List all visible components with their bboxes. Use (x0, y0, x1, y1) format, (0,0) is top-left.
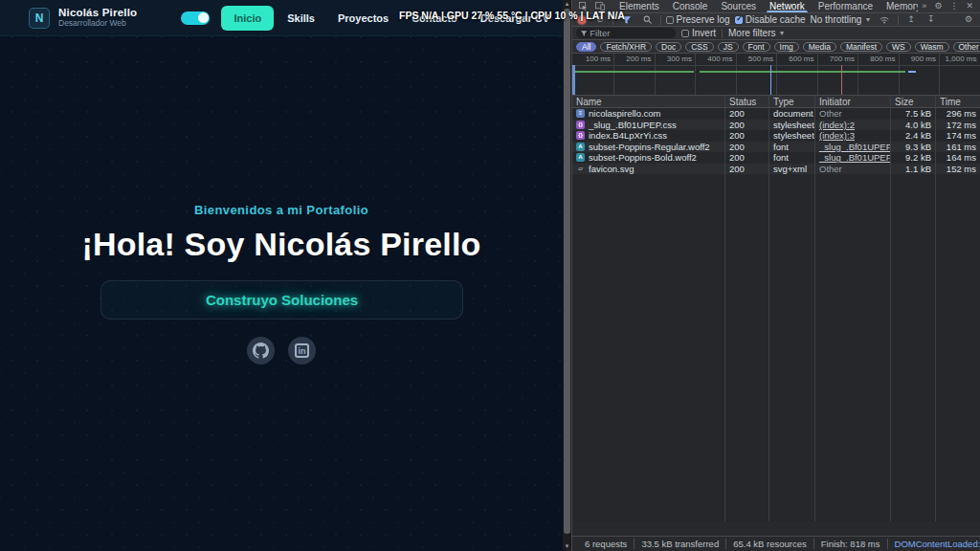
filter-input[interactable] (590, 28, 671, 38)
tab-network[interactable]: Network (763, 0, 812, 12)
stylesheet-file-icon: {} (576, 131, 585, 140)
settings-gear-icon[interactable]: ⚙ (930, 0, 946, 12)
clear-network-log-icon[interactable]: ⊘ (592, 13, 608, 26)
table-row[interactable]: Asubset-Poppins-Bold.woff2200font_slug_.… (572, 152, 980, 164)
column-header-size[interactable]: Size (891, 96, 936, 107)
table-row[interactable]: ≡nicolaspirello.com200documentOther7.5 k… (572, 108, 980, 120)
brand-subtitle: Desarrollador Web (58, 19, 137, 29)
timeline-gridline (695, 54, 696, 95)
requests-table: NameStatusTypeInitiatorSizeTime ≡nicolas… (572, 96, 980, 521)
tab-memory[interactable]: Memory (880, 0, 918, 12)
export-har-icon[interactable]: ↧ (924, 13, 939, 26)
timeline-tick-label: 700 ms (830, 55, 858, 63)
nav-link-descargar-cv[interactable]: Descargar CV (480, 12, 549, 24)
nav-link-skills[interactable]: Skills (287, 12, 315, 24)
cell-status: 200 (725, 164, 769, 175)
chip-css[interactable]: CSS (685, 42, 713, 52)
summary-65-4-kb-resources: 65.4 kB resources (726, 539, 814, 549)
tab-elements[interactable]: Elements (612, 0, 666, 12)
column-header-time[interactable]: Time (936, 96, 980, 107)
inspect-element-icon[interactable] (575, 2, 591, 11)
network-settings-gear-icon[interactable]: ⚙ (961, 13, 976, 26)
more-tabs-icon[interactable]: » (918, 0, 930, 12)
timeline-selection-handle[interactable] (572, 65, 575, 95)
chip-all[interactable]: All (576, 42, 596, 52)
import-har-icon[interactable]: ↥ (903, 13, 919, 26)
column-header-name[interactable]: Name (572, 96, 725, 107)
tab-performance[interactable]: Performance (812, 0, 880, 12)
checkbox-unchecked (666, 16, 674, 24)
column-header-initiator[interactable]: Initiator (815, 96, 891, 107)
cell-time: 296 ms (936, 108, 980, 120)
toggle-knob (198, 12, 209, 23)
summary-domcontentloaded: DOMContentLoaded: 487 ms (888, 539, 980, 549)
network-conditions-icon[interactable] (876, 16, 893, 24)
cell-type: document (769, 108, 815, 120)
initiator-link[interactable]: _slug_.Bf01UPEP.css (819, 152, 891, 163)
chip-manifest[interactable]: Manifest (840, 42, 882, 52)
scrollbar-down-arrow[interactable]: ▼ (563, 542, 571, 551)
tab-sources[interactable]: Sources (714, 0, 763, 12)
table-row[interactable]: {}index.B4LpXrYi.css200stylesheet(index)… (572, 130, 980, 142)
cell-name: ▱favicon.svg (572, 164, 725, 175)
more-options-icon[interactable]: ⋮ (946, 0, 962, 12)
preserve-log-label: Preserve log (677, 14, 730, 25)
nav-inicio-button[interactable]: Inicio (221, 6, 274, 31)
chip-js[interactable]: JS (718, 42, 739, 52)
cell-initiator: _slug_.Bf01UPEP.css (815, 142, 891, 153)
record-network-log-button[interactable] (578, 16, 586, 24)
invert-checkbox[interactable]: Invert (681, 28, 716, 38)
network-overview-timeline[interactable]: 100 ms200 ms300 ms400 ms500 ms600 ms700 … (572, 54, 980, 96)
disable-cache-label: Disable cache (746, 14, 806, 25)
scrollbar-thumb[interactable] (564, 9, 570, 534)
table-row[interactable]: {}_slug_.Bf01UPEP.css200stylesheet(index… (572, 120, 980, 131)
nav-link-contacto[interactable]: Contacto (412, 12, 457, 24)
chip-ws[interactable]: WS (886, 42, 911, 52)
chip-fetch-xhr[interactable]: Fetch/XHR (600, 42, 652, 52)
column-header-type[interactable]: Type (769, 96, 815, 107)
theme-toggle[interactable] (181, 11, 210, 25)
chip-img[interactable]: Img (774, 42, 799, 52)
table-row[interactable]: Asubset-Poppins-Regular.woff2200font_slu… (572, 142, 980, 153)
column-header-status[interactable]: Status (725, 96, 769, 107)
request-name: _slug_.Bf01UPEP.css (589, 120, 677, 130)
site-logo[interactable]: N (29, 8, 50, 29)
filter-funnel-icon[interactable] (618, 16, 635, 24)
network-toolbar: ⊘ Preserve log Disable cache No throttli… (572, 13, 980, 27)
search-icon[interactable] (639, 15, 656, 24)
tab-console[interactable]: Console (666, 0, 715, 12)
preserve-log-checkbox[interactable]: Preserve log (666, 14, 730, 25)
devtools-tabs: ElementsConsoleSourcesNetworkPerformance… (612, 0, 918, 12)
timeline-gridline (776, 54, 777, 95)
request-name: index.B4LpXrYi.css (589, 130, 667, 141)
initiator-link[interactable]: _slug_.Bf01UPEP.css (819, 142, 891, 152)
github-link[interactable] (247, 337, 275, 364)
filter-input-wrap (576, 28, 676, 38)
more-filters-dropdown[interactable]: More filters ▼ (728, 28, 785, 38)
cell-time: 172 ms (936, 120, 980, 131)
device-toolbar-icon[interactable] (591, 2, 609, 11)
disable-cache-checkbox[interactable]: Disable cache (735, 14, 806, 25)
table-row[interactable]: ▱favicon.svg200svg+xmlOther1.1 kB152 ms (572, 164, 980, 175)
initiator-link[interactable]: (index):2 (819, 120, 855, 130)
cell-time: 152 ms (936, 164, 980, 175)
initiator-link[interactable]: (index):3 (819, 130, 855, 141)
table-column-divider (768, 174, 769, 521)
chip-doc[interactable]: Doc (656, 42, 681, 52)
cell-time: 174 ms (936, 130, 980, 142)
chip-media[interactable]: Media (803, 42, 836, 52)
checkbox-unchecked (681, 30, 689, 37)
scrollbar-up-arrow[interactable]: ▲ (563, 0, 571, 9)
page-scrollbar[interactable]: ▲ ▼ (563, 0, 571, 551)
chip-font[interactable]: Font (743, 42, 770, 52)
toolbar-divider (722, 29, 723, 38)
close-devtools-icon[interactable]: ✕ (962, 0, 977, 12)
linkedin-link[interactable]: in (288, 337, 316, 364)
cell-size: 9.2 kB (891, 152, 936, 164)
nav-link-proyectos[interactable]: Proyectos (338, 12, 389, 24)
table-column-divider (935, 174, 936, 521)
throttling-dropdown[interactable]: No throttling ▼ (811, 14, 872, 25)
chip-other[interactable]: Other (953, 42, 980, 52)
requests-table-body: ≡nicolaspirello.com200documentOther7.5 k… (572, 108, 980, 174)
chip-wasm[interactable]: Wasm (915, 42, 949, 52)
